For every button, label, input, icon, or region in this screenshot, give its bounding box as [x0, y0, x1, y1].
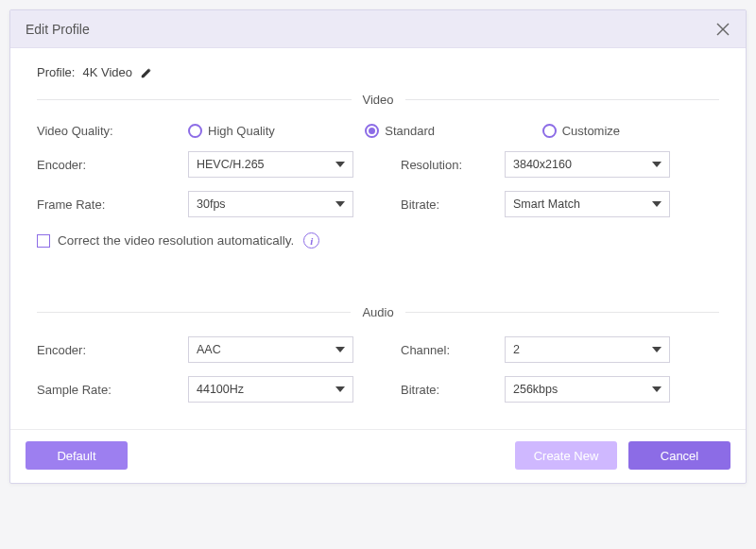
channel-select[interactable]: 2 — [505, 336, 670, 363]
audio-settings-grid: Encoder: AAC Channel: 2 Sample Rate: 441… — [37, 336, 719, 403]
dialog-title: Edit Profile — [26, 22, 90, 37]
profile-row: Profile: 4K Video — [37, 65, 719, 79]
video-quality-row: Video Quality: High Quality Standard Cus… — [37, 124, 719, 138]
auto-resolution-checkbox[interactable] — [37, 234, 50, 248]
video-section-divider: Video — [37, 93, 719, 107]
channel-label: Channel: — [401, 343, 505, 357]
select-value: AAC — [197, 343, 221, 356]
chevron-down-icon — [652, 386, 662, 392]
resolution-select[interactable]: 3840x2160 — [505, 151, 670, 178]
video-bitrate-label: Bitrate: — [401, 197, 505, 212]
auto-resolution-row: Correct the video resolution automatical… — [37, 232, 719, 249]
audio-encoder-label: Encoder: — [37, 343, 188, 357]
framerate-select[interactable]: 30fps — [188, 191, 353, 217]
select-value: 44100Hz — [197, 383, 244, 396]
audio-encoder-select[interactable]: AAC — [188, 336, 353, 363]
chevron-down-icon — [335, 201, 345, 207]
video-section-label: Video — [352, 93, 405, 107]
video-encoder-select[interactable]: HEVC/H.265 — [188, 151, 353, 178]
video-quality-radio-group: High Quality Standard Customize — [188, 124, 719, 138]
audio-bitrate-select[interactable]: 256kbps — [505, 376, 670, 403]
select-value: 3840x2160 — [513, 158, 572, 171]
default-button[interactable]: Default — [26, 441, 128, 470]
close-icon[interactable] — [715, 22, 730, 37]
titlebar: Edit Profile — [10, 10, 746, 48]
video-quality-label: Video Quality: — [37, 124, 188, 138]
auto-resolution-label: Correct the video resolution automatical… — [58, 233, 294, 248]
audio-bitrate-label: Bitrate: — [401, 383, 505, 397]
info-icon[interactable]: i — [303, 232, 319, 249]
chevron-down-icon — [335, 162, 345, 167]
chevron-down-icon — [652, 347, 662, 352]
footer-right: Create New Cancel — [515, 441, 730, 470]
select-value: 30fps — [197, 197, 226, 211]
chevron-down-icon — [335, 386, 345, 392]
video-bitrate-select[interactable]: Smart Match — [505, 191, 670, 217]
select-value: HEVC/H.265 — [197, 158, 265, 171]
cancel-button[interactable]: Cancel — [628, 441, 730, 470]
create-new-button[interactable]: Create New — [515, 441, 617, 470]
chevron-down-icon — [652, 162, 662, 167]
resolution-label: Resolution: — [401, 158, 505, 172]
radio-label: Customize — [562, 124, 620, 138]
select-value: 256kbps — [513, 383, 558, 396]
audio-section-label: Audio — [351, 305, 404, 319]
samplerate-select[interactable]: 44100Hz — [188, 376, 353, 403]
select-value: Smart Match — [513, 197, 580, 211]
video-encoder-label: Encoder: — [37, 158, 188, 172]
radio-icon — [542, 124, 557, 138]
radio-icon — [365, 124, 379, 138]
samplerate-label: Sample Rate: — [37, 383, 188, 397]
radio-label: High Quality — [208, 124, 275, 138]
radio-icon — [188, 124, 202, 138]
radio-customize[interactable]: Customize — [542, 124, 719, 138]
framerate-label: Frame Rate: — [37, 197, 188, 212]
audio-section-divider: Audio — [37, 305, 719, 319]
edit-icon[interactable] — [140, 66, 153, 79]
profile-label: Profile: — [37, 65, 75, 79]
dialog-content: Profile: 4K Video Video Video Quality: H… — [10, 48, 746, 429]
select-value: 2 — [513, 343, 520, 356]
radio-standard[interactable]: Standard — [365, 124, 541, 138]
chevron-down-icon — [652, 201, 662, 207]
profile-name: 4K Video — [82, 65, 132, 79]
edit-profile-dialog: Edit Profile Profile: 4K Video Video Vid… — [9, 9, 747, 484]
video-settings-grid: Encoder: HEVC/H.265 Resolution: 3840x216… — [37, 151, 719, 217]
radio-label: Standard — [385, 124, 435, 138]
chevron-down-icon — [335, 347, 345, 352]
radio-high-quality[interactable]: High Quality — [188, 124, 365, 138]
dialog-footer: Default Create New Cancel — [10, 429, 746, 483]
